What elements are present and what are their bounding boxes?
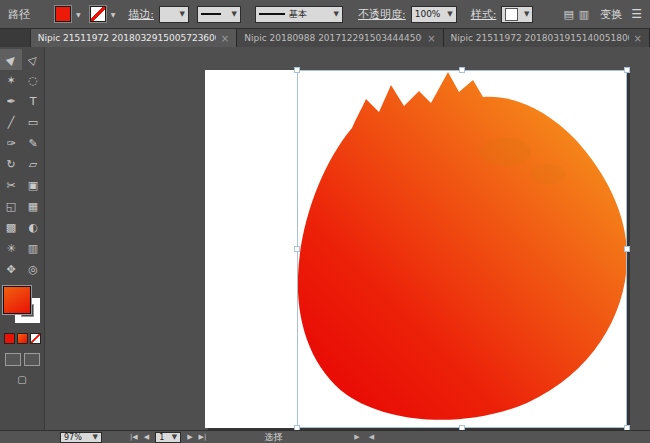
lasso-icon: ◌	[28, 74, 38, 87]
tool-shape-builder[interactable]: ◱	[0, 196, 22, 217]
current-tool-status: 选择	[264, 431, 282, 443]
tab-close-icon[interactable]: ×	[221, 33, 229, 44]
transform-link[interactable]: 变换	[600, 7, 622, 22]
document-view	[45, 47, 650, 430]
blend-icon: ◐	[28, 221, 38, 234]
scroll-left-icon[interactable]: ◀	[369, 433, 374, 441]
tool-column-graph[interactable]: ▥	[22, 238, 44, 259]
tool-hand[interactable]: ✥	[0, 259, 22, 280]
brush-definition-value: 基本	[289, 8, 307, 21]
fill-color-swatch[interactable]	[55, 6, 71, 22]
selection-handle[interactable]	[295, 68, 300, 73]
panel-menu-icon[interactable]: ☰	[631, 7, 642, 21]
tab-label: Nipic 21511972 20180329150057236000.ai*	[38, 33, 216, 43]
gradient-mode-button[interactable]	[17, 333, 28, 344]
scissors-icon: ✂	[6, 179, 15, 192]
tab-close-icon[interactable]: ×	[634, 33, 642, 44]
draw-behind-icon[interactable]	[24, 353, 40, 366]
stroke-dropdown-arrow-icon[interactable]: ▼	[111, 11, 116, 18]
tab-bar-spacer	[0, 29, 31, 47]
zoom-dropdown[interactable]: 97% ▼	[60, 432, 102, 443]
tool-pencil[interactable]: ✎	[22, 133, 44, 154]
draw-normal-icon[interactable]	[5, 353, 21, 366]
tab-document[interactable]: Nipic 20180988 20171229150344445000.ai*×	[237, 29, 443, 47]
tool-symbol-sprayer[interactable]: ✳	[0, 238, 22, 259]
style-swatch	[505, 8, 518, 21]
tool-zoom[interactable]: ◎	[22, 259, 44, 280]
tool-rotate[interactable]: ↻	[0, 154, 22, 175]
tool-selection[interactable]: ▶	[0, 49, 22, 70]
object-type-label: 路径	[8, 7, 30, 22]
rotate-icon: ↻	[6, 158, 15, 171]
tab-document[interactable]: Nipic 21511972 20180319151400518000.ai*×	[444, 29, 650, 47]
brush-stroke-preview	[259, 13, 285, 15]
prev-artboard-icon[interactable]: ◀	[144, 433, 149, 441]
style-panel-icon[interactable]: ▥	[579, 8, 589, 21]
tool-type[interactable]: T	[22, 91, 44, 112]
fill-indicator-swatch[interactable]	[3, 286, 31, 314]
chevron-down-icon: ▼	[521, 10, 529, 18]
opacity-label[interactable]: 不透明度:	[358, 7, 406, 22]
zoom-value: 97%	[64, 433, 82, 442]
gradient-icon: ▩	[6, 221, 16, 234]
last-artboard-icon[interactable]: ▶|	[199, 433, 207, 441]
tool-magic-wand[interactable]: ✶	[0, 70, 22, 91]
scale-icon: ▱	[29, 158, 37, 171]
selection-handle[interactable]	[625, 68, 630, 73]
none-mode-button[interactable]	[30, 333, 41, 344]
tool-line-segment[interactable]: ╱	[0, 112, 22, 133]
hand-icon: ✥	[6, 263, 15, 276]
stroke-weight-dropdown[interactable]: ▼	[159, 6, 189, 23]
column-graph-icon: ▥	[28, 242, 38, 255]
style-dropdown[interactable]: ▼	[501, 6, 533, 23]
width-profile-dropdown[interactable]: ▼	[197, 6, 241, 23]
draw-mode-buttons	[5, 353, 40, 366]
shape-shading	[530, 164, 566, 184]
tab-document[interactable]: Nipic 21511972 20180329150057236000.ai*×	[31, 29, 237, 47]
opacity-value: 100%	[415, 9, 441, 19]
line-segment-icon: ╱	[8, 116, 15, 129]
tool-scale[interactable]: ▱	[22, 154, 44, 175]
tool-blend[interactable]: ◐	[22, 217, 44, 238]
tool-lasso[interactable]: ◌	[22, 70, 44, 91]
artboard-number: 1	[159, 433, 164, 442]
color-mode-button[interactable]	[4, 333, 15, 344]
align-panel-icon[interactable]: ▤	[563, 8, 573, 21]
tool-scissors[interactable]: ✂	[0, 175, 22, 196]
shape-shading	[479, 138, 531, 166]
shape-builder-icon: ◱	[6, 200, 16, 213]
paintbrush-icon: ✑	[6, 137, 15, 150]
chevron-down-icon: ▼	[444, 10, 452, 18]
chevron-down-icon: ▼	[229, 10, 237, 18]
artboard-number-dropdown[interactable]: 1 ▼	[155, 432, 181, 443]
brush-definition-dropdown[interactable]: 基本 ▼	[255, 6, 343, 23]
tool-rectangle[interactable]: ▭	[22, 112, 44, 133]
stroke-weight-label[interactable]: 描边:	[128, 7, 154, 22]
first-artboard-icon[interactable]: |◀	[130, 433, 138, 441]
tools-panel: ▶▷✶◌✒T╱▭✑✎↻▱✂▣◱▦▩◐✳▥✥◎ ▢	[0, 47, 45, 430]
tool-pen[interactable]: ✒	[0, 91, 22, 112]
opacity-dropdown[interactable]: 100% ▼	[411, 6, 457, 23]
selection-handle[interactable]	[460, 68, 465, 73]
tab-label: Nipic 20180988 20171229150344445000.ai*	[244, 33, 422, 43]
screen-mode-button[interactable]: ▢	[17, 374, 26, 385]
next-artboard-icon[interactable]: ▶	[187, 433, 192, 441]
tool-direct-selection[interactable]: ▷	[22, 49, 44, 70]
width-profile-preview	[201, 13, 221, 15]
selection-handle[interactable]	[625, 247, 630, 252]
fill-dropdown-arrow-icon[interactable]: ▼	[76, 11, 81, 18]
tool-mesh[interactable]: ▦	[22, 196, 44, 217]
artboard-navigation: |◀ ◀ 1 ▼ ▶ ▶|	[130, 432, 206, 443]
style-label[interactable]: 样式:	[471, 7, 497, 22]
tool-free-transform[interactable]: ▣	[22, 175, 44, 196]
canvas-area[interactable]	[45, 47, 650, 430]
scrollbar-arrows: ▶ ◀	[354, 433, 374, 441]
tool-gradient[interactable]: ▩	[0, 217, 22, 238]
scroll-right-icon[interactable]: ▶	[354, 433, 359, 441]
tool-paintbrush[interactable]: ✑	[0, 133, 22, 154]
selection-handle[interactable]	[295, 247, 300, 252]
control-bar: 路径 ▼ ▼ 描边: ▼ ▼ 基本 ▼ 不透明度: 100% ▼ 样式: ▼ ▤…	[0, 0, 650, 29]
tab-close-icon[interactable]: ×	[427, 33, 435, 44]
stroke-color-swatch[interactable]	[90, 6, 106, 22]
rectangle-icon: ▭	[28, 116, 38, 129]
